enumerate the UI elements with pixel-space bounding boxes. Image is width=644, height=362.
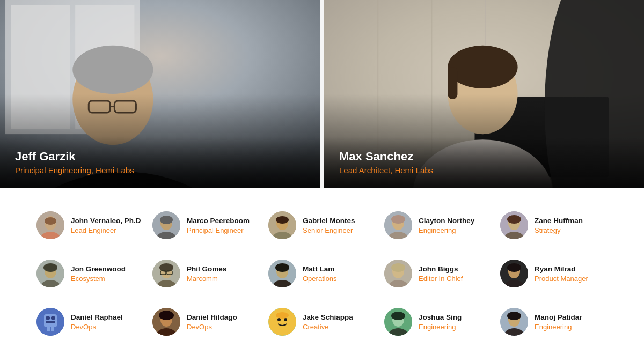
member-role-pg: Marcomm <box>187 275 226 283</box>
member-info-mp: Marco Peereboom Principal Engineer <box>187 216 250 235</box>
hero-role-max: Lead Architect, Hemi Labs <box>339 166 629 175</box>
member-info-zh: Zane Huffman Strategy <box>535 216 583 235</box>
avatar-jsi <box>384 308 412 336</box>
svg-point-60 <box>391 263 405 272</box>
avatar-dh <box>152 308 180 336</box>
svg-point-46 <box>43 263 57 272</box>
member-role-js2: Creative <box>303 323 353 331</box>
team-member-cn: Clayton Northey Engineering <box>380 209 496 241</box>
svg-point-88 <box>507 312 521 320</box>
member-name-dh: Daniel Hildago <box>187 313 237 322</box>
svg-point-84 <box>391 312 405 320</box>
svg-point-42 <box>507 215 521 224</box>
member-info-gm: Gabriel Montes Senior Engineer <box>303 216 355 235</box>
svg-point-64 <box>507 263 521 272</box>
member-name-jsi: Joshua Sing <box>419 313 462 322</box>
member-name-jv: John Vernaleo, Ph.D <box>71 216 141 226</box>
hero-overlay-jeff: Jeff Garzik Principal Engineering, Hemi … <box>0 137 320 188</box>
member-role-cn: Engineering <box>419 226 474 234</box>
svg-rect-72 <box>51 327 54 331</box>
member-info-mpa: Manoj Patidar Engineering <box>535 313 582 331</box>
team-grid: John Vernaleo, Ph.D Lead Engineer Marco … <box>32 209 612 338</box>
team-section: John Vernaleo, Ph.D Lead Engineer Marco … <box>0 188 644 349</box>
svg-point-34 <box>276 216 289 224</box>
member-name-gm: Gabriel Montes <box>303 216 355 226</box>
member-role-jg: Ecosystem <box>71 275 126 283</box>
svg-point-79 <box>277 318 281 321</box>
team-member-jg: Jon Greenwood Ecosystem <box>32 257 148 290</box>
member-name-jb: John Biggs <box>419 264 463 274</box>
avatar-jg <box>36 260 64 287</box>
member-name-mp: Marco Peereboom <box>187 216 250 226</box>
team-member-zh: Zane Huffman Strategy <box>496 209 612 241</box>
avatar-mp <box>152 211 180 239</box>
member-name-ml: Matt Lam <box>303 264 337 274</box>
avatar-ml <box>268 260 296 287</box>
svg-rect-71 <box>47 327 50 331</box>
team-member-pg: Phil Gomes Marcomm <box>148 257 264 290</box>
member-info-ml: Matt Lam Operations <box>303 264 337 283</box>
member-info-jv: John Vernaleo, Ph.D Lead Engineer <box>71 216 141 235</box>
member-info-jsi: Joshua Sing Engineering <box>419 313 462 331</box>
svg-point-80 <box>284 318 287 321</box>
team-member-gm: Gabriel Montes Senior Engineer <box>264 209 380 241</box>
member-role-rm: Product Manager <box>535 275 588 283</box>
member-name-dr: Daniel Raphael <box>71 313 123 322</box>
member-info-rm: Ryan Milrad Product Manager <box>535 264 588 283</box>
svg-rect-67 <box>44 314 57 327</box>
team-member-jsi: Joshua Sing Engineering <box>380 306 496 338</box>
team-member-dh: Daniel Hildago DevOps <box>148 306 264 338</box>
member-name-jg: Jon Greenwood <box>71 264 126 274</box>
member-role-ml: Operations <box>303 275 337 283</box>
member-name-cn: Clayton Northey <box>419 216 474 226</box>
svg-point-81 <box>276 312 289 319</box>
svg-point-75 <box>159 311 174 320</box>
avatar-jb <box>384 260 412 287</box>
team-member-js2: Jake Schiappa Creative <box>264 306 380 338</box>
member-name-zh: Zane Huffman <box>535 216 583 226</box>
member-info-cn: Clayton Northey Engineering <box>419 216 474 235</box>
member-name-js2: Jake Schiappa <box>303 313 353 322</box>
hero-overlay-max: Max Sanchez Lead Architect, Hemi Labs <box>324 137 644 188</box>
hero-name-max: Max Sanchez <box>339 150 629 164</box>
team-member-jv: John Vernaleo, Ph.D Lead Engineer <box>32 209 148 241</box>
member-role-mp: Principal Engineer <box>187 226 250 234</box>
member-name-rm: Ryan Milrad <box>535 264 588 274</box>
svg-point-26 <box>45 217 56 225</box>
member-name-pg: Phil Gomes <box>187 264 226 274</box>
avatar-gm <box>268 211 296 239</box>
svg-rect-70 <box>46 321 55 323</box>
member-role-dh: DevOps <box>187 323 237 331</box>
avatar-mpa <box>500 308 528 336</box>
svg-point-30 <box>160 216 173 224</box>
hero-name-jeff: Jeff Garzik <box>15 150 305 164</box>
member-info-jb: John Biggs Editor In Chief <box>419 264 463 283</box>
member-role-jv: Lead Engineer <box>71 226 141 234</box>
hero-card-max: Max Sanchez Lead Architect, Hemi Labs <box>324 0 644 188</box>
hero-role-jeff: Principal Engineering, Hemi Labs <box>15 166 305 175</box>
team-member-dr: Daniel Raphael DevOps <box>32 306 148 338</box>
member-role-dr: DevOps <box>71 323 123 331</box>
team-member-ml: Matt Lam Operations <box>264 257 380 290</box>
avatar-jv <box>36 211 64 239</box>
hero-card-jeff: Jeff Garzik Principal Engineering, Hemi … <box>0 0 320 188</box>
member-info-pg: Phil Gomes Marcomm <box>187 264 226 283</box>
svg-point-38 <box>391 215 405 224</box>
team-member-jb: John Biggs Editor In Chief <box>380 257 496 290</box>
member-info-js2: Jake Schiappa Creative <box>303 313 353 331</box>
member-info-dr: Daniel Raphael DevOps <box>71 313 123 331</box>
hero-section: Jeff Garzik Principal Engineering, Hemi … <box>0 0 644 188</box>
member-role-mpa: Engineering <box>535 323 582 331</box>
svg-rect-69 <box>51 316 55 320</box>
svg-point-56 <box>275 263 289 272</box>
member-role-jsi: Engineering <box>419 323 462 331</box>
member-info-dh: Daniel Hildago DevOps <box>187 313 237 331</box>
team-member-rm: Ryan Milrad Product Manager <box>496 257 612 290</box>
avatar-pg <box>152 260 180 287</box>
member-info-jg: Jon Greenwood Ecosystem <box>71 264 126 283</box>
team-member-mp: Marco Peereboom Principal Engineer <box>148 209 264 241</box>
avatar-cn <box>384 211 412 239</box>
avatar-rm <box>500 260 528 287</box>
avatar-dr <box>36 308 64 336</box>
member-role-zh: Strategy <box>535 226 583 234</box>
